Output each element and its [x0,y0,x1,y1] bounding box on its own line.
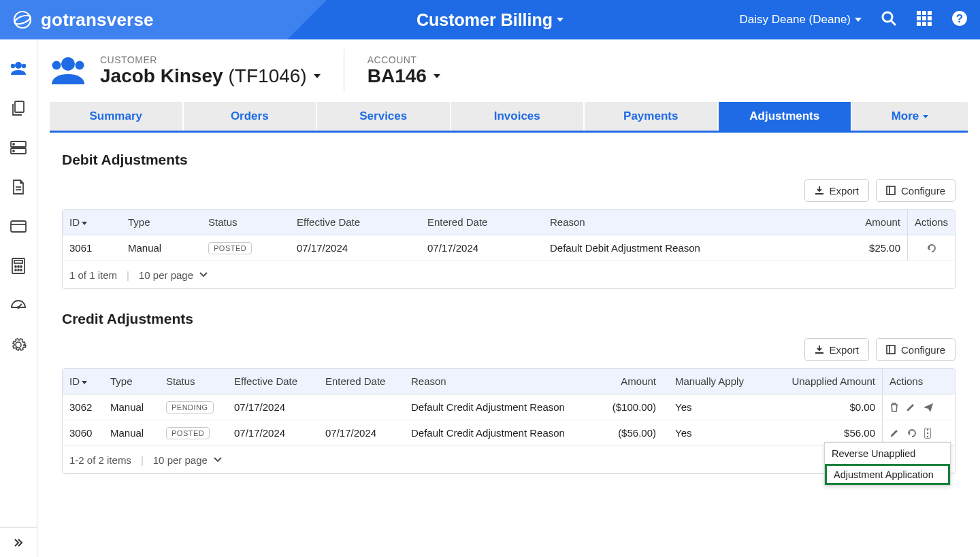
per-page-selector[interactable]: 10 per page [153,454,223,466]
tab-orders[interactable]: Orders [184,102,318,131]
col-type[interactable]: Type [121,216,201,228]
nav-expand-button[interactable] [0,527,37,557]
col-id[interactable]: ID [63,375,103,387]
tab-invoices[interactable]: Invoices [451,102,585,131]
credit-configure-button[interactable]: Configure [876,338,956,361]
debit-export-button[interactable]: Export [804,179,869,202]
tab-adjustments[interactable]: Adjustments [719,102,853,131]
per-page-label: 10 per page [139,269,193,281]
svg-rect-18 [15,101,24,112]
col-effective-date[interactable]: Effective Date [227,375,318,387]
cell-status: PENDING [159,401,227,413]
user-menu[interactable]: Daisy Deane (Deane) [740,13,862,27]
col-effective-date[interactable]: Effective Date [290,216,421,228]
brand-logo[interactable]: gotransverse [12,10,154,31]
tab-payments[interactable]: Payments [585,102,719,131]
credit-export-button[interactable]: Export [804,338,869,361]
pencil-icon[interactable] [906,402,916,412]
per-page-label: 10 per page [153,454,208,466]
col-reason[interactable]: Reason [543,216,819,228]
debit-configure-button[interactable]: Configure [876,179,956,202]
export-label: Export [830,344,859,356]
export-label: Export [830,185,859,197]
trash-icon[interactable] [889,402,899,413]
col-entered-date[interactable]: Entered Date [421,216,543,228]
page-title-dropdown[interactable]: Customer Billing [416,10,564,30]
cell-entered-date: 07/17/2024 [421,242,543,254]
cell-status: POSTED [201,241,290,254]
svg-point-48 [927,435,929,437]
cell-amount: ($56.00) [583,427,663,439]
col-status[interactable]: Status [159,375,227,387]
cell-type: Manual [103,427,159,439]
caret-down-icon [314,74,321,78]
sort-desc-icon [82,222,87,225]
col-entered-date[interactable]: Entered Date [318,375,404,387]
customer-label: CUSTOMER [100,54,321,65]
svg-point-32 [15,269,16,271]
status-badge: POSTED [166,427,210,439]
caret-down-icon [855,18,862,22]
send-icon[interactable] [923,403,934,412]
chevron-down-icon [213,456,223,463]
col-reason[interactable]: Reason [404,375,583,387]
tab-summary[interactable]: Summary [50,102,184,131]
nav-server-icon[interactable] [0,128,37,167]
customers-icon [50,54,86,87]
svg-point-21 [13,144,14,145]
col-id[interactable]: ID [63,216,121,228]
more-actions-icon[interactable] [924,428,931,439]
svg-rect-10 [917,22,921,26]
account-selector[interactable]: BA146 [368,65,440,87]
account-id: BA146 [368,65,427,87]
tab-services[interactable]: Services [317,102,451,131]
col-amount[interactable]: Amount [819,216,907,228]
table-row[interactable]: 3062 Manual PENDING 07/17/2024 Default C… [63,394,955,420]
svg-rect-28 [14,260,22,263]
nav-dashboard-icon[interactable] [0,286,37,325]
nav-calculator-icon[interactable] [0,246,37,286]
top-bar: gotransverse Customer Billing Daisy Dean… [0,0,980,39]
menu-reverse-unapplied[interactable]: Reverse Unapplied [825,443,950,464]
col-unapplied-amount[interactable]: Unapplied Amount [762,375,882,387]
svg-line-3 [891,20,896,25]
nav-document-icon[interactable] [0,167,37,207]
pencil-icon[interactable] [889,428,900,438]
search-icon[interactable] [881,10,897,29]
item-count: 1 of 1 item [69,269,117,281]
col-amount[interactable]: Amount [583,375,663,387]
cell-id: 3062 [63,401,103,413]
help-icon[interactable]: ? [951,10,968,29]
debit-table: ID Type Status Effective Date Entered Da… [62,209,956,289]
col-manually-apply[interactable]: Manually Apply [663,375,762,387]
customer-selector[interactable]: Jacob Kinsey (TF1046) [100,65,321,87]
table-row[interactable]: 3060 Manual POSTED 07/17/2024 07/17/2024… [63,420,955,446]
nav-customers-icon[interactable] [0,49,37,88]
svg-point-38 [52,61,61,70]
cell-effective-date: 07/17/2024 [227,427,318,439]
cell-reason: Default Credit Adjustment Reason [404,401,583,413]
svg-rect-9 [928,16,932,20]
caret-down-icon [434,74,440,78]
sort-desc-icon [82,381,87,384]
svg-point-31 [20,266,22,267]
nav-settings-icon[interactable] [0,325,37,365]
undo-icon[interactable] [926,243,937,254]
col-type[interactable]: Type [103,375,159,387]
apps-grid-icon[interactable] [916,10,932,29]
credit-table-footer: 1-2 of 2 items | 10 per page Reverse Una… [63,446,955,473]
nav-card-icon[interactable] [0,207,37,246]
undo-icon[interactable] [906,428,917,439]
menu-adjustment-application[interactable]: Adjustment Application [825,464,950,485]
per-page-selector[interactable]: 10 per page [139,269,208,281]
cell-reason: Default Credit Adjustment Reason [404,427,583,439]
credit-toolbar: Export Configure [50,338,956,361]
tab-more[interactable]: More [852,102,968,131]
table-row[interactable]: 3061 Manual POSTED 07/17/2024 07/17/2024… [63,235,955,261]
col-status[interactable]: Status [201,216,290,228]
nav-copy-icon[interactable] [0,88,37,128]
svg-rect-7 [917,16,921,20]
svg-rect-4 [917,11,921,15]
configure-label: Configure [901,344,945,356]
svg-rect-44 [887,345,895,354]
